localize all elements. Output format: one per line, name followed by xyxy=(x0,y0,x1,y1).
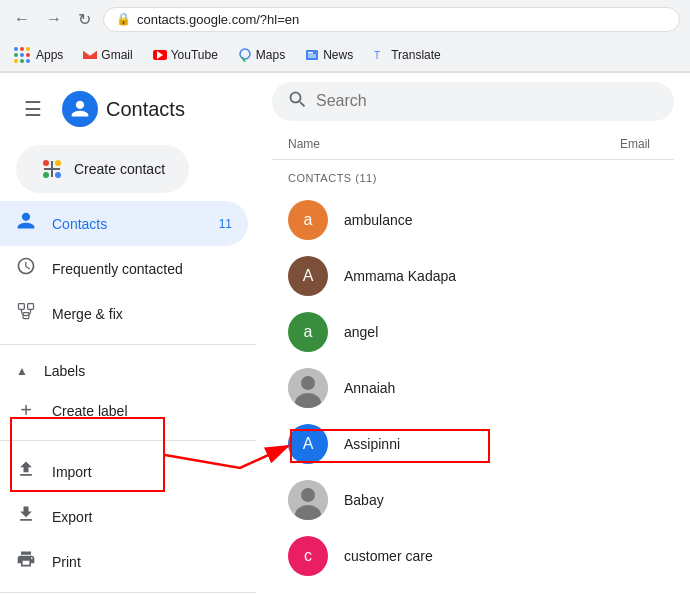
gmail-icon xyxy=(83,48,97,62)
avatar: A xyxy=(288,424,328,464)
bookmark-youtube[interactable]: YouTube xyxy=(149,46,222,64)
back-button[interactable]: ← xyxy=(10,6,34,32)
avatar xyxy=(288,368,328,408)
contacts-icon xyxy=(16,211,36,236)
create-label-text: Create label xyxy=(52,403,128,419)
app-logo: Contacts xyxy=(62,91,185,127)
contact-name: Annaiah xyxy=(344,380,658,396)
app-logo-icon xyxy=(62,91,98,127)
contact-row[interactable]: A Ammama Kadapa xyxy=(272,248,674,304)
import-icon xyxy=(16,459,36,484)
app-title: Contacts xyxy=(106,98,185,121)
svg-point-16 xyxy=(301,376,315,390)
contacts-count-badge: 11 xyxy=(219,217,232,231)
svg-rect-2 xyxy=(308,52,313,54)
contact-name: customer care xyxy=(344,548,658,564)
sidebar-item-contacts[interactable]: Contacts 11 xyxy=(0,201,248,246)
export-icon xyxy=(16,504,36,529)
export-label: Export xyxy=(52,509,92,525)
contacts-label: Contacts xyxy=(52,216,107,232)
create-contact-icon xyxy=(40,157,64,181)
labels-label: Labels xyxy=(44,363,85,379)
sidebar-item-frequently-contacted[interactable]: Frequently contacted xyxy=(0,246,248,291)
avatar: a xyxy=(288,200,328,240)
contact-row[interactable]: A Assipinni xyxy=(272,416,674,472)
search-input[interactable] xyxy=(316,92,658,110)
youtube-icon xyxy=(153,50,167,60)
sidebar-item-import[interactable]: Import xyxy=(0,449,248,494)
bookmark-apps[interactable]: Apps xyxy=(10,45,67,65)
svg-rect-13 xyxy=(28,304,34,310)
col-email-header: Email xyxy=(620,137,658,151)
labels-chevron-icon: ▲ xyxy=(16,364,28,378)
sidebar: ☰ Contacts Create contact xyxy=(0,73,256,594)
search-icon xyxy=(288,90,308,113)
bookmark-maps[interactable]: Maps xyxy=(234,46,289,64)
bookmark-maps-label: Maps xyxy=(256,48,285,62)
main-content: Name Email CONTACTS (11) a ambulance A xyxy=(256,73,690,594)
sidebar-item-create-label[interactable]: + Create label xyxy=(0,389,248,432)
contact-row[interactable]: a ambulance xyxy=(272,192,674,248)
svg-point-7 xyxy=(55,160,61,166)
bookmark-gmail[interactable]: Gmail xyxy=(79,46,136,64)
frequently-contacted-icon xyxy=(16,256,36,281)
col-name-header: Name xyxy=(288,137,320,151)
print-label: Print xyxy=(52,554,81,570)
table-header: Name Email xyxy=(272,129,674,160)
sidebar-item-merge-fix[interactable]: Merge & fix xyxy=(0,291,248,336)
create-contact-label: Create contact xyxy=(74,161,165,177)
lock-icon: 🔒 xyxy=(116,12,131,26)
create-contact-button[interactable]: Create contact xyxy=(16,145,189,193)
sidebar-item-print[interactable]: Print xyxy=(0,539,248,584)
contact-name: angel xyxy=(344,324,658,340)
merge-fix-icon xyxy=(16,301,36,326)
bookmark-translate[interactable]: T Translate xyxy=(369,46,445,64)
sidebar-divider-2 xyxy=(0,440,256,441)
sidebar-divider-1 xyxy=(0,344,256,345)
contact-name: Ammama Kadapa xyxy=(344,268,658,284)
contact-row[interactable]: a angel xyxy=(272,304,674,360)
sidebar-divider-3 xyxy=(0,592,256,593)
svg-point-6 xyxy=(43,160,49,166)
svg-rect-12 xyxy=(19,304,25,310)
apps-grid-icon xyxy=(14,47,30,63)
bookmark-news[interactable]: News xyxy=(301,46,357,64)
create-label-icon: + xyxy=(16,399,36,422)
svg-point-8 xyxy=(43,172,49,178)
merge-fix-label: Merge & fix xyxy=(52,306,123,322)
menu-button[interactable]: ☰ xyxy=(16,89,50,129)
print-icon xyxy=(16,549,36,574)
contact-name: ambulance xyxy=(344,212,658,228)
news-icon xyxy=(305,48,319,62)
bookmark-news-label: News xyxy=(323,48,353,62)
address-bar[interactable]: 🔒 contacts.google.com/?hl=en xyxy=(103,7,680,32)
contacts-count-label: CONTACTS (11) xyxy=(272,160,674,192)
sidebar-labels-header[interactable]: ▲ Labels xyxy=(0,353,256,389)
svg-point-9 xyxy=(55,172,61,178)
sidebar-item-export[interactable]: Export xyxy=(0,494,248,539)
bookmark-translate-label: Translate xyxy=(391,48,441,62)
url-text: contacts.google.com/?hl=en xyxy=(137,12,299,27)
svg-rect-4 xyxy=(308,56,316,57)
forward-button[interactable]: → xyxy=(42,6,66,32)
contact-name: Babay xyxy=(344,492,658,508)
maps-icon xyxy=(238,48,252,62)
contact-row[interactable]: c customer care xyxy=(272,528,674,584)
avatar: a xyxy=(288,312,328,352)
avatar: c xyxy=(288,536,328,576)
frequently-contacted-label: Frequently contacted xyxy=(52,261,183,277)
svg-rect-3 xyxy=(308,54,316,55)
contact-row[interactable]: Babay xyxy=(272,472,674,528)
contact-name: Assipinni xyxy=(344,436,658,452)
import-label: Import xyxy=(52,464,92,480)
avatar xyxy=(288,480,328,520)
contact-row[interactable]: Annaiah xyxy=(272,360,674,416)
bookmark-gmail-label: Gmail xyxy=(101,48,132,62)
search-bar[interactable] xyxy=(272,82,674,121)
translate-icon: T xyxy=(373,48,387,62)
bookmark-youtube-label: YouTube xyxy=(171,48,218,62)
refresh-button[interactable]: ↻ xyxy=(74,6,95,33)
svg-point-19 xyxy=(301,488,315,502)
svg-text:T: T xyxy=(374,50,380,61)
sidebar-header: ☰ Contacts xyxy=(0,81,256,137)
